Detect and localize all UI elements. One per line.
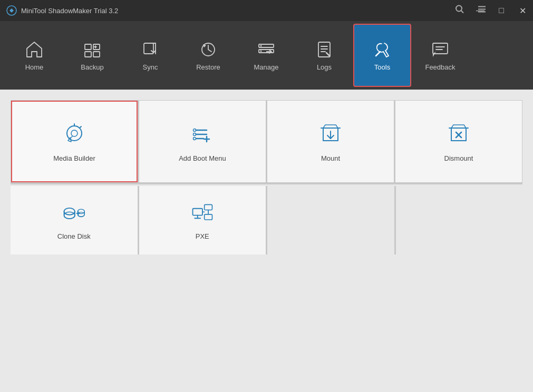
nav-item-feedback[interactable]: Feedback: [411, 24, 469, 87]
svg-point-30: [193, 133, 196, 136]
tool-mount-label: Mount: [321, 154, 340, 162]
tool-add-boot-menu[interactable]: Add Boot Menu: [139, 101, 266, 182]
tool-empty-1: [267, 186, 394, 254]
svg-rect-46: [204, 214, 212, 219]
tool-media-builder[interactable]: Media Builder: [11, 101, 138, 182]
nav-item-sync[interactable]: Sync: [121, 24, 179, 87]
nav-bar: Home Backup Sync Restore: [0, 21, 533, 90]
nav-item-logs[interactable]: Logs: [295, 24, 353, 87]
svg-point-14: [260, 45, 262, 46]
main-content: Media Builder Add Boot Menu: [0, 90, 533, 392]
svg-point-37: [64, 208, 75, 214]
search-icon[interactable]: [455, 5, 464, 17]
tool-mount[interactable]: Mount: [267, 101, 394, 182]
svg-line-21: [376, 52, 380, 56]
tool-clone-disk[interactable]: Clone Disk: [11, 186, 138, 254]
app-title: MiniTool ShadowMaker Trial 3.2: [21, 7, 118, 15]
nav-item-backup[interactable]: Backup: [63, 24, 121, 87]
svg-point-28: [193, 129, 196, 132]
app-logo: [6, 5, 17, 16]
title-bar: MiniTool ShadowMaker Trial 3.2 — □ ✕: [0, 0, 533, 21]
svg-point-1: [456, 6, 462, 12]
svg-rect-22: [433, 43, 448, 54]
nav-label-backup: Backup: [81, 63, 103, 71]
nav-item-home[interactable]: Home: [5, 24, 63, 87]
svg-rect-44: [204, 204, 212, 210]
svg-point-40: [78, 212, 85, 216]
svg-rect-10: [144, 43, 153, 54]
tool-grid-row1: Media Builder Add Boot Menu: [11, 100, 522, 184]
svg-point-15: [260, 50, 262, 52]
minimize-button[interactable]: —: [470, 0, 491, 21]
svg-rect-9: [93, 52, 100, 57]
svg-point-38: [64, 212, 75, 219]
tool-pxe[interactable]: PXE: [139, 186, 266, 254]
tool-grid-row2: Clone Disk PXE: [11, 186, 522, 254]
svg-rect-8: [85, 52, 91, 57]
tool-media-builder-label: Media Builder: [53, 154, 95, 162]
svg-rect-41: [192, 208, 202, 215]
nav-label-tools: Tools: [374, 63, 390, 71]
tool-empty-2: [396, 186, 523, 254]
svg-line-2: [461, 11, 464, 13]
window-controls: — □ ✕: [470, 0, 533, 21]
nav-label-restore: Restore: [196, 63, 220, 71]
nav-item-tools[interactable]: Tools: [353, 24, 411, 87]
nav-item-restore[interactable]: Restore: [179, 24, 237, 87]
svg-rect-6: [85, 44, 91, 50]
nav-label-home: Home: [25, 63, 44, 71]
nav-label-sync: Sync: [143, 63, 158, 71]
maximize-button[interactable]: □: [491, 0, 512, 21]
tool-add-boot-menu-label: Add Boot Menu: [179, 154, 226, 162]
nav-label-logs: Logs: [317, 63, 332, 71]
tool-pxe-label: PXE: [196, 232, 209, 240]
nav-label-manage: Manage: [254, 63, 279, 71]
nav-item-manage[interactable]: Manage: [237, 24, 295, 87]
nav-label-feedback: Feedback: [425, 63, 455, 71]
tool-clone-disk-label: Clone Disk: [57, 232, 91, 240]
close-button[interactable]: ✕: [512, 0, 533, 21]
tool-dismount[interactable]: Dismount: [395, 101, 522, 182]
tool-dismount-label: Dismount: [444, 154, 473, 162]
svg-point-32: [193, 138, 196, 140]
svg-point-26: [71, 130, 77, 136]
